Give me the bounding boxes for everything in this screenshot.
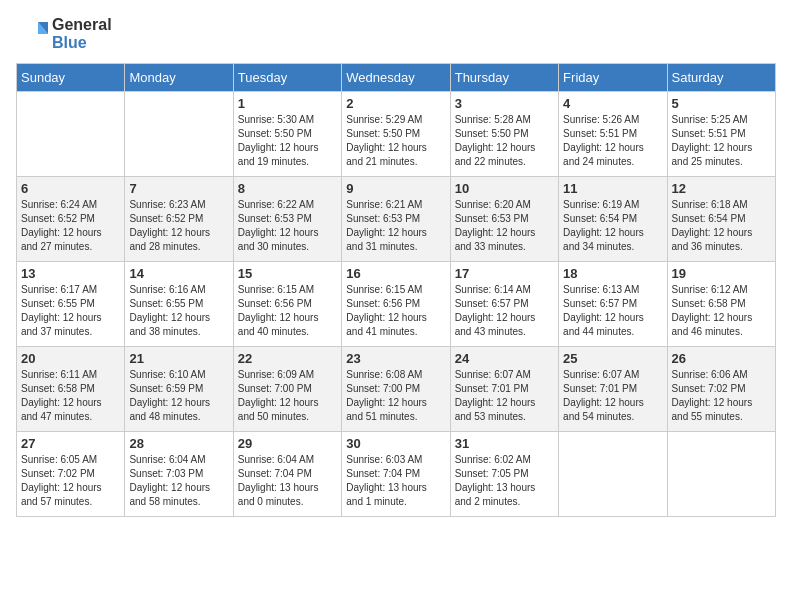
day-number: 17 <box>455 266 554 281</box>
calendar-cell: 26Sunrise: 6:06 AM Sunset: 7:02 PM Dayli… <box>667 347 775 432</box>
logo-svg <box>16 18 48 50</box>
day-info: Sunrise: 6:18 AM Sunset: 6:54 PM Dayligh… <box>672 198 771 254</box>
logo: General Blue <box>16 16 112 51</box>
day-info: Sunrise: 6:06 AM Sunset: 7:02 PM Dayligh… <box>672 368 771 424</box>
day-header-friday: Friday <box>559 64 667 92</box>
day-number: 16 <box>346 266 445 281</box>
calendar-cell: 5Sunrise: 5:25 AM Sunset: 5:51 PM Daylig… <box>667 92 775 177</box>
logo-blue-text: Blue <box>52 34 87 51</box>
day-number: 4 <box>563 96 662 111</box>
day-info: Sunrise: 5:28 AM Sunset: 5:50 PM Dayligh… <box>455 113 554 169</box>
day-number: 27 <box>21 436 120 451</box>
calendar-cell: 14Sunrise: 6:16 AM Sunset: 6:55 PM Dayli… <box>125 262 233 347</box>
calendar-cell: 18Sunrise: 6:13 AM Sunset: 6:57 PM Dayli… <box>559 262 667 347</box>
day-number: 29 <box>238 436 337 451</box>
day-info: Sunrise: 6:12 AM Sunset: 6:58 PM Dayligh… <box>672 283 771 339</box>
day-number: 30 <box>346 436 445 451</box>
day-number: 25 <box>563 351 662 366</box>
calendar-cell: 20Sunrise: 6:11 AM Sunset: 6:58 PM Dayli… <box>17 347 125 432</box>
calendar-cell: 11Sunrise: 6:19 AM Sunset: 6:54 PM Dayli… <box>559 177 667 262</box>
calendar-cell: 31Sunrise: 6:02 AM Sunset: 7:05 PM Dayli… <box>450 432 558 517</box>
day-header-thursday: Thursday <box>450 64 558 92</box>
day-info: Sunrise: 5:26 AM Sunset: 5:51 PM Dayligh… <box>563 113 662 169</box>
day-number: 14 <box>129 266 228 281</box>
day-number: 18 <box>563 266 662 281</box>
calendar-cell: 12Sunrise: 6:18 AM Sunset: 6:54 PM Dayli… <box>667 177 775 262</box>
calendar-cell: 6Sunrise: 6:24 AM Sunset: 6:52 PM Daylig… <box>17 177 125 262</box>
day-header-sunday: Sunday <box>17 64 125 92</box>
calendar-cell: 9Sunrise: 6:21 AM Sunset: 6:53 PM Daylig… <box>342 177 450 262</box>
calendar-cell: 15Sunrise: 6:15 AM Sunset: 6:56 PM Dayli… <box>233 262 341 347</box>
calendar-cell: 25Sunrise: 6:07 AM Sunset: 7:01 PM Dayli… <box>559 347 667 432</box>
day-header-monday: Monday <box>125 64 233 92</box>
day-info: Sunrise: 6:24 AM Sunset: 6:52 PM Dayligh… <box>21 198 120 254</box>
day-number: 31 <box>455 436 554 451</box>
day-number: 19 <box>672 266 771 281</box>
calendar-table: SundayMondayTuesdayWednesdayThursdayFrid… <box>16 63 776 517</box>
calendar-cell: 29Sunrise: 6:04 AM Sunset: 7:04 PM Dayli… <box>233 432 341 517</box>
day-header-tuesday: Tuesday <box>233 64 341 92</box>
day-number: 20 <box>21 351 120 366</box>
day-number: 24 <box>455 351 554 366</box>
calendar-cell: 22Sunrise: 6:09 AM Sunset: 7:00 PM Dayli… <box>233 347 341 432</box>
logo-general-text: General <box>52 16 112 33</box>
day-number: 12 <box>672 181 771 196</box>
calendar-cell: 28Sunrise: 6:04 AM Sunset: 7:03 PM Dayli… <box>125 432 233 517</box>
day-number: 10 <box>455 181 554 196</box>
calendar-cell: 16Sunrise: 6:15 AM Sunset: 6:56 PM Dayli… <box>342 262 450 347</box>
day-number: 8 <box>238 181 337 196</box>
day-info: Sunrise: 6:22 AM Sunset: 6:53 PM Dayligh… <box>238 198 337 254</box>
day-info: Sunrise: 6:03 AM Sunset: 7:04 PM Dayligh… <box>346 453 445 509</box>
day-info: Sunrise: 6:07 AM Sunset: 7:01 PM Dayligh… <box>563 368 662 424</box>
day-info: Sunrise: 6:20 AM Sunset: 6:53 PM Dayligh… <box>455 198 554 254</box>
calendar-cell: 13Sunrise: 6:17 AM Sunset: 6:55 PM Dayli… <box>17 262 125 347</box>
day-number: 26 <box>672 351 771 366</box>
day-header-saturday: Saturday <box>667 64 775 92</box>
page-header: General Blue <box>16 16 776 51</box>
calendar-cell: 10Sunrise: 6:20 AM Sunset: 6:53 PM Dayli… <box>450 177 558 262</box>
calendar-cell: 17Sunrise: 6:14 AM Sunset: 6:57 PM Dayli… <box>450 262 558 347</box>
day-info: Sunrise: 6:15 AM Sunset: 6:56 PM Dayligh… <box>346 283 445 339</box>
day-info: Sunrise: 6:17 AM Sunset: 6:55 PM Dayligh… <box>21 283 120 339</box>
calendar-cell: 21Sunrise: 6:10 AM Sunset: 6:59 PM Dayli… <box>125 347 233 432</box>
calendar-cell: 1Sunrise: 5:30 AM Sunset: 5:50 PM Daylig… <box>233 92 341 177</box>
day-number: 13 <box>21 266 120 281</box>
calendar-cell <box>559 432 667 517</box>
day-info: Sunrise: 6:16 AM Sunset: 6:55 PM Dayligh… <box>129 283 228 339</box>
day-info: Sunrise: 6:15 AM Sunset: 6:56 PM Dayligh… <box>238 283 337 339</box>
day-info: Sunrise: 6:23 AM Sunset: 6:52 PM Dayligh… <box>129 198 228 254</box>
day-info: Sunrise: 6:10 AM Sunset: 6:59 PM Dayligh… <box>129 368 228 424</box>
day-info: Sunrise: 6:08 AM Sunset: 7:00 PM Dayligh… <box>346 368 445 424</box>
day-number: 22 <box>238 351 337 366</box>
calendar-cell: 3Sunrise: 5:28 AM Sunset: 5:50 PM Daylig… <box>450 92 558 177</box>
day-info: Sunrise: 6:04 AM Sunset: 7:04 PM Dayligh… <box>238 453 337 509</box>
calendar-cell: 2Sunrise: 5:29 AM Sunset: 5:50 PM Daylig… <box>342 92 450 177</box>
calendar-cell <box>17 92 125 177</box>
day-number: 3 <box>455 96 554 111</box>
calendar-cell <box>667 432 775 517</box>
calendar-cell <box>125 92 233 177</box>
day-info: Sunrise: 5:30 AM Sunset: 5:50 PM Dayligh… <box>238 113 337 169</box>
calendar-cell: 23Sunrise: 6:08 AM Sunset: 7:00 PM Dayli… <box>342 347 450 432</box>
day-info: Sunrise: 6:04 AM Sunset: 7:03 PM Dayligh… <box>129 453 228 509</box>
day-number: 28 <box>129 436 228 451</box>
day-number: 11 <box>563 181 662 196</box>
calendar-cell: 27Sunrise: 6:05 AM Sunset: 7:02 PM Dayli… <box>17 432 125 517</box>
day-info: Sunrise: 6:21 AM Sunset: 6:53 PM Dayligh… <box>346 198 445 254</box>
day-number: 5 <box>672 96 771 111</box>
day-info: Sunrise: 6:19 AM Sunset: 6:54 PM Dayligh… <box>563 198 662 254</box>
day-number: 2 <box>346 96 445 111</box>
day-info: Sunrise: 6:02 AM Sunset: 7:05 PM Dayligh… <box>455 453 554 509</box>
calendar-cell: 4Sunrise: 5:26 AM Sunset: 5:51 PM Daylig… <box>559 92 667 177</box>
day-header-wednesday: Wednesday <box>342 64 450 92</box>
day-number: 6 <box>21 181 120 196</box>
day-info: Sunrise: 6:07 AM Sunset: 7:01 PM Dayligh… <box>455 368 554 424</box>
day-info: Sunrise: 5:29 AM Sunset: 5:50 PM Dayligh… <box>346 113 445 169</box>
day-info: Sunrise: 5:25 AM Sunset: 5:51 PM Dayligh… <box>672 113 771 169</box>
day-number: 23 <box>346 351 445 366</box>
calendar-cell: 24Sunrise: 6:07 AM Sunset: 7:01 PM Dayli… <box>450 347 558 432</box>
calendar-cell: 8Sunrise: 6:22 AM Sunset: 6:53 PM Daylig… <box>233 177 341 262</box>
day-info: Sunrise: 6:14 AM Sunset: 6:57 PM Dayligh… <box>455 283 554 339</box>
day-number: 7 <box>129 181 228 196</box>
calendar-cell: 19Sunrise: 6:12 AM Sunset: 6:58 PM Dayli… <box>667 262 775 347</box>
